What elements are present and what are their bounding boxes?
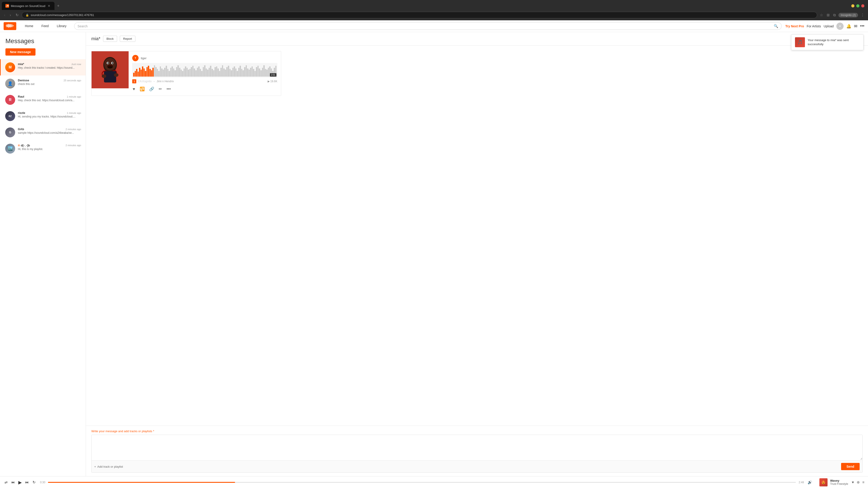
track-meta-row: 1 I.N.Kognito – Jimi n Hendrix ▶ 19.6K <box>132 79 277 84</box>
forward-button[interactable]: › <box>8 12 12 18</box>
player-add-button[interactable]: ⊕ <box>857 480 860 484</box>
player-like-button[interactable]: ♥ <box>852 480 854 484</box>
player-queue-button[interactable]: ≡ <box>862 480 864 484</box>
repeat-button[interactable]: ↻ <box>32 479 36 485</box>
prev-button[interactable]: ⏮ <box>10 480 16 485</box>
soundcloud-app: Home Feed Library 🔍 Try Next Pro For Art… <box>0 20 868 488</box>
close-button[interactable]: ✕ <box>861 4 864 7</box>
edit-button[interactable]: ✏ <box>158 86 162 92</box>
report-button[interactable]: Report <box>120 36 135 42</box>
waveform[interactable]: // Generate waveform bars (function() { … <box>132 63 277 77</box>
shuffle-button[interactable]: ⇄ <box>4 479 8 485</box>
player-progress: 0:30 2:48 <box>40 481 804 484</box>
conversation-item-gab[interactable]: G GAb 2 minutes ago sample https://sound… <box>0 124 86 140</box>
conversation-item-denisse[interactable]: 👤 Denisse 25 seconds ago check this out <box>0 75 86 92</box>
conversation-header: mia* Block Report <box>86 32 868 46</box>
play-pause-button[interactable]: ▶ <box>18 479 23 486</box>
track-name: Jimi n Hendrix <box>157 80 174 83</box>
conversation-item-raul[interactable]: R Raul 1 minute ago Hey, check this out.… <box>0 92 86 108</box>
for-artists-link[interactable]: For Artists <box>807 24 821 28</box>
conversation-main: 🎵 Your message to mia* was sent successf… <box>86 32 868 476</box>
volume-icon[interactable]: 🔊 <box>808 480 812 484</box>
avatar-mia: M <box>5 62 15 72</box>
tab-bar: Messages on SoundCloud ✕ + — □ ✕ <box>0 0 868 10</box>
message-input-area: Write your message and add tracks or pla… <box>86 426 868 476</box>
split-view-icon[interactable]: ⧉ <box>832 12 837 18</box>
conv-info-denisse: Denisse 25 seconds ago check this out <box>18 78 81 86</box>
refresh-button[interactable]: ↻ <box>14 12 20 18</box>
soundcloud-logo[interactable] <box>4 22 16 30</box>
menu-icon[interactable]: ⋮ <box>860 12 865 18</box>
conv-preview-rizzle: Hi, sending you my tracks. https://sound… <box>18 115 81 118</box>
lock-icon: 🔒 <box>26 13 29 17</box>
svg-point-16 <box>112 62 113 64</box>
search-input[interactable] <box>78 24 772 28</box>
new-tab-button[interactable]: + <box>55 3 61 9</box>
like-button[interactable]: ♥ <box>132 86 135 92</box>
svg-rect-2 <box>7 24 8 27</box>
svg-point-24 <box>102 74 106 78</box>
more-options-icon[interactable]: ••• <box>860 24 864 29</box>
copy-link-button[interactable]: 🔗 <box>149 86 155 92</box>
message-textarea[interactable] <box>92 435 862 460</box>
send-button[interactable]: Send <box>841 463 860 470</box>
address-bar[interactable]: 🔒 soundcloud.com/messages/1350701361:476… <box>22 12 817 18</box>
minimize-button[interactable]: — <box>851 4 855 7</box>
track-separator: – <box>153 80 155 83</box>
success-notification: 🎵 Your message to mia* was sent successf… <box>791 34 864 50</box>
messages-sidebar: Messages New message M mia* Just now Hey… <box>0 32 86 476</box>
nav-feed[interactable]: Feed <box>37 20 53 32</box>
conversation-recipient-name: mia* <box>91 36 100 41</box>
new-message-button[interactable]: New message <box>5 48 35 56</box>
conv-name-mia: mia* <box>18 62 24 66</box>
nav-home[interactable]: Home <box>21 20 37 32</box>
try-next-pro-link[interactable]: Try Next Pro <box>785 24 804 28</box>
svg-rect-8 <box>12 25 13 27</box>
svg-point-12 <box>104 58 116 71</box>
back-button[interactable]: ‹ <box>3 12 6 18</box>
browser-chrome: Messages on SoundCloud ✕ + — □ ✕ ‹ › ↻ 🔒… <box>0 0 868 20</box>
conv-info-mia: mia* Just now Hey, check this tracks I c… <box>18 62 81 69</box>
track-number-badge: 1 <box>132 79 136 84</box>
progress-bar-fill <box>48 482 235 483</box>
repost-button[interactable]: 🔁 <box>139 86 145 92</box>
player-track-name: Wavey <box>830 479 848 482</box>
conv-info-gab: GAb 2 minutes ago sample https://soundcl… <box>18 127 81 134</box>
address-url: soundcloud.com/messages/1350701361:47676… <box>31 13 94 17</box>
conv-time-raul: 1 minute ago <box>67 95 81 98</box>
window-controls: — □ ✕ <box>851 4 866 7</box>
conversation-item-mia[interactable]: M mia* Just now Hey, check this tracks I… <box>0 59 86 75</box>
block-button[interactable]: Block <box>103 36 117 42</box>
conversation-item-d[interactable]: 🏙️ ⊞ d[-_-]b 2 minutes ago Hi, this is m… <box>0 140 86 157</box>
player-track-thumb: 😍 <box>819 478 828 486</box>
progress-time-elapsed: 0:30 <box>40 481 45 484</box>
messages-icon[interactable]: ✉ <box>854 24 857 29</box>
conversation-item-rizzle[interactable]: RZ rizzle 1 minute ago Hi, sending you m… <box>0 108 86 124</box>
conv-name-gab: GAb <box>18 127 24 131</box>
add-track-label: Add track or playlist <box>97 465 123 468</box>
upload-link[interactable]: Upload <box>824 24 834 28</box>
player-track-artist: Trust Freestyle <box>830 482 848 486</box>
conv-info-raul: Raul 1 minute ago Hey, check this out. h… <box>18 95 81 102</box>
more-button[interactable]: ••• <box>166 86 171 92</box>
next-button[interactable]: ⏭ <box>24 480 30 485</box>
add-track-button[interactable]: + Add track or playlist <box>94 465 123 468</box>
notifications-icon[interactable]: 🔔 <box>846 24 851 29</box>
top-nav: Home Feed Library 🔍 Try Next Pro For Art… <box>0 20 868 32</box>
incognito-badge[interactable]: Incognito (2) <box>838 13 858 18</box>
maximize-button[interactable]: □ <box>856 4 860 7</box>
bookmark-icon[interactable]: ☆ <box>819 12 824 18</box>
tab-close-button[interactable]: ✕ <box>47 4 51 8</box>
extensions-icon[interactable]: ⊞ <box>826 12 831 18</box>
play-icon: ▶ <box>268 80 270 83</box>
player-volume: 🔊 <box>808 480 812 484</box>
nav-library[interactable]: Library <box>53 20 70 32</box>
active-tab[interactable]: Messages on SoundCloud ✕ <box>2 2 55 10</box>
tab-title: Messages on SoundCloud <box>11 4 45 8</box>
notif-thumb: 🎵 <box>795 37 805 47</box>
conv-time-d: 2 minutes ago <box>66 144 81 147</box>
address-bar-row: ‹ › ↻ 🔒 soundcloud.com/messages/13507013… <box>0 10 868 20</box>
progress-bar[interactable] <box>48 482 796 483</box>
user-avatar-nav[interactable]: ▼ <box>836 23 844 30</box>
svg-point-17 <box>107 65 113 68</box>
